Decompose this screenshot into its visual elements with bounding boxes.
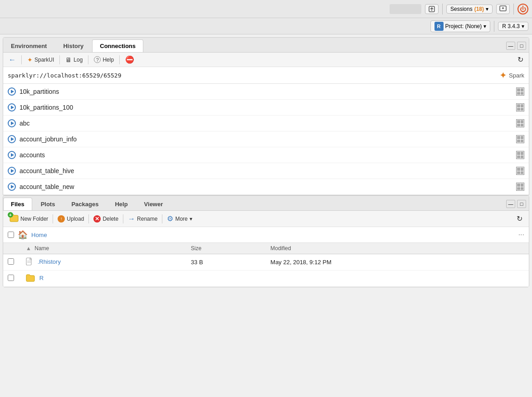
rename-button[interactable]: → Rename <box>125 214 160 224</box>
top-bar: Sessions (18) ▾ ⏻ <box>0 0 532 18</box>
export-button[interactable] <box>425 4 439 14</box>
power-button[interactable]: ⏻ <box>517 4 528 15</box>
delete-button[interactable]: ✕ Delete <box>91 214 121 223</box>
files-sep3 <box>123 214 123 223</box>
user-avatar <box>390 4 421 14</box>
minimize-button[interactable]: — <box>506 42 515 50</box>
tab-environment[interactable]: Environment <box>3 39 54 52</box>
table-name: account_table_new <box>20 183 74 190</box>
col-header-name[interactable]: ▲ Name <box>21 243 186 254</box>
files-toolbar: + New Folder ↑ Upload ✕ Delete → Rename … <box>3 211 529 227</box>
upload-label: Upload <box>67 216 84 222</box>
files-sep1 <box>53 214 53 223</box>
play-icon <box>8 119 16 127</box>
grid-icon[interactable] <box>516 167 524 175</box>
tab-help[interactable]: Help <box>107 198 135 210</box>
grid-icon[interactable] <box>516 119 524 127</box>
toolbar-sep4 <box>119 55 120 64</box>
tab-history[interactable]: History <box>55 39 91 52</box>
grid-icon[interactable] <box>516 87 524 96</box>
refresh-files-button[interactable]: ↻ <box>514 213 525 224</box>
home-link[interactable]: Home <box>31 232 47 238</box>
folder-icon <box>26 274 35 283</box>
log-label: Log <box>73 57 83 63</box>
sessions-count: (18) <box>474 6 484 12</box>
more-button[interactable]: ⚙ More ▾ <box>164 213 195 224</box>
lower-maximize-button[interactable]: □ <box>517 200 526 208</box>
rename-icon: → <box>128 215 135 223</box>
row-size-cell <box>186 271 266 287</box>
refresh-files-icon: ↻ <box>517 214 522 223</box>
add-session-icon <box>499 5 507 13</box>
lower-minimize-button[interactable]: — <box>506 200 515 208</box>
more-dropdown-arrow: ▾ <box>190 216 192 222</box>
grid-icon[interactable] <box>516 183 524 191</box>
breadcrumb-bar: 🏠 Home ··· <box>3 227 529 243</box>
play-icon <box>8 183 16 191</box>
row-name-cell: .Rhistory <box>21 254 186 271</box>
grid-icon[interactable] <box>516 151 524 159</box>
r-version-label: R 3.4.3 <box>502 23 520 29</box>
table-name: account_table_hive <box>20 167 74 174</box>
help-button[interactable]: ? Help <box>92 55 116 64</box>
tab-viewer[interactable]: Viewer <box>137 198 171 210</box>
monitor-icon: 🖥 <box>65 56 72 63</box>
log-button[interactable]: 🖥 Log <box>63 55 84 64</box>
file-name[interactable]: .Rhistory <box>38 258 61 265</box>
help-circle-icon: ? <box>94 56 101 63</box>
back-button[interactable]: ← <box>7 55 18 65</box>
play-icon <box>8 87 16 96</box>
sparkui-button[interactable]: ✦ SparkUI <box>25 55 56 64</box>
project-label: Project: (None) <box>445 23 482 29</box>
tab-connections[interactable]: Connections <box>92 39 143 52</box>
file-size: 33 B <box>191 259 203 266</box>
breadcrumb-more-button[interactable]: ··· <box>518 231 524 239</box>
disconnect-button[interactable]: ⛔ <box>123 54 136 65</box>
upload-button[interactable]: ↑ Upload <box>55 214 87 223</box>
refresh-connections-button[interactable]: ↻ <box>516 54 525 65</box>
row-checkbox-cell <box>3 254 21 271</box>
col-header-checkbox <box>3 243 21 254</box>
tab-plots[interactable]: Plots <box>33 198 63 210</box>
add-session-button[interactable] <box>496 4 510 14</box>
delete-icon: ✕ <box>93 215 101 223</box>
refresh-icon: ↻ <box>517 55 523 64</box>
power-icon: ⏻ <box>520 5 526 13</box>
sessions-button[interactable]: Sessions (18) ▾ <box>446 5 493 14</box>
spark-text: Spark <box>509 72 524 79</box>
spark-star-icon: ✦ <box>499 70 507 81</box>
connection-bar: sparklyr://localhost:65529/65529 ✦ Spark <box>3 67 529 84</box>
select-all-checkbox[interactable] <box>8 232 14 238</box>
tab-files[interactable]: Files <box>3 198 32 210</box>
sparkui-label: SparkUI <box>34 57 54 63</box>
row-checkbox[interactable] <box>8 275 14 281</box>
grid-icon[interactable] <box>516 135 524 143</box>
r-version-button[interactable]: R 3.4.3 ▾ <box>498 22 528 31</box>
new-folder-button[interactable]: + New Folder <box>7 213 51 224</box>
new-folder-label: New Folder <box>20 216 48 222</box>
files-sep2 <box>88 214 89 223</box>
table-name: abc <box>20 120 30 127</box>
table-row[interactable]: accounts <box>3 147 529 163</box>
upload-icon: ↑ <box>58 215 65 223</box>
table-row[interactable]: abc <box>3 116 529 131</box>
row-checkbox-cell <box>3 271 21 287</box>
project-button[interactable]: R Project: (None) ▾ <box>430 20 491 32</box>
connection-url: sparklyr://localhost:65529/65529 <box>8 72 121 79</box>
upper-panel: Environment History Connections — □ ← ✦ … <box>3 37 529 195</box>
maximize-button[interactable]: □ <box>517 42 526 50</box>
list-item: R <box>3 271 529 287</box>
file-modified: May 22, 2018, 9:12 PM <box>270 259 331 266</box>
tab-packages[interactable]: Packages <box>63 198 106 210</box>
table-row[interactable]: account_table_hive <box>3 163 529 179</box>
table-row[interactable]: account_jobrun_info <box>3 131 529 147</box>
grid-icon[interactable] <box>516 103 524 111</box>
more-label: More <box>175 216 187 222</box>
table-row[interactable]: 10k_partitions_100 <box>3 100 529 116</box>
play-icon <box>8 103 16 111</box>
svg-rect-2 <box>26 258 31 265</box>
row-checkbox[interactable] <box>8 258 14 265</box>
table-row[interactable]: 10k_partitions <box>3 84 529 100</box>
folder-name[interactable]: R <box>39 275 44 281</box>
table-row[interactable]: account_table_new <box>3 179 529 195</box>
